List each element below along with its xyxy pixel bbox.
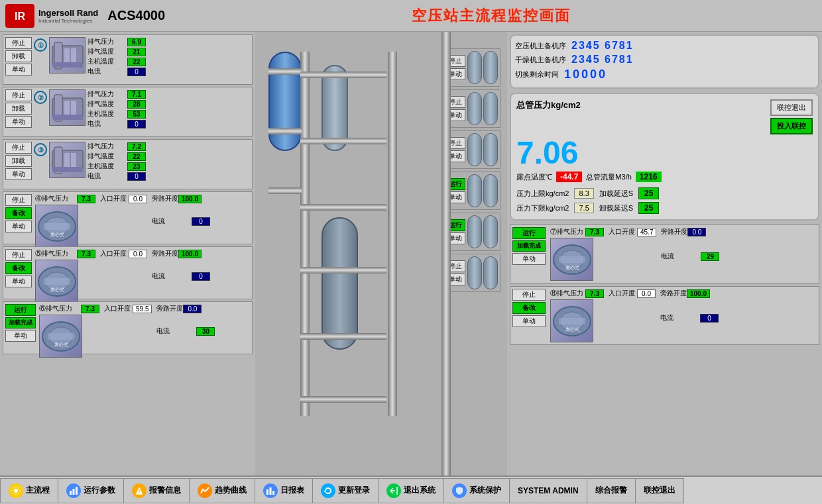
svg-rect-9 xyxy=(64,101,70,115)
comp8-image: 离心式 xyxy=(550,299,593,342)
comp1-exhaust-temp: 21 xyxy=(127,48,146,56)
pipe-h-dryer4 xyxy=(300,267,386,274)
comp3-exhaust-pressure: 7.2 xyxy=(127,142,146,151)
refresh-icon xyxy=(321,483,335,498)
pipe-h-2 xyxy=(268,128,302,134)
comp-seq-value: 2345 6781 xyxy=(571,40,634,52)
nav-linked-exit-bottom[interactable]: 联控退出 xyxy=(635,478,684,503)
nav-exit[interactable]: 退出系统 xyxy=(378,478,443,503)
comp6-loaded-btn[interactable]: 加载完成 xyxy=(5,317,36,328)
svg-text:离心式: 离心式 xyxy=(565,327,579,332)
comp2-image xyxy=(49,89,86,126)
trend-icon xyxy=(198,483,212,498)
svg-rect-40 xyxy=(76,487,78,495)
comp3-unload-btn[interactable]: 卸载 xyxy=(5,155,32,167)
comp7-current: 29 xyxy=(701,252,719,261)
comp5-buttons: 停止 备妀 单动 xyxy=(5,249,32,287)
load-delay-value: 25 xyxy=(638,187,659,199)
nav-admin[interactable]: SYSTEM ADMIN xyxy=(509,478,587,503)
comp2-exhaust-temp: 28 xyxy=(127,100,146,109)
nav-run-params[interactable]: 运行参数 xyxy=(58,478,123,503)
comp3-single-btn[interactable]: 单动 xyxy=(5,168,32,180)
comp8-bypass-opening: 100.0 xyxy=(687,289,710,298)
nav-main-label: 主流程 xyxy=(26,485,50,496)
pressure-lower-value: 7.5 xyxy=(574,203,593,213)
comp6-single-btn[interactable]: 单动 xyxy=(5,330,36,342)
svg-text:离心式: 离心式 xyxy=(50,232,64,237)
invest-linked-btn[interactable]: 投入联控 xyxy=(770,118,813,134)
comp2-params: 排气压力 7.1 排气温度 28 主机温度 53 电流 0 xyxy=(88,89,250,129)
comp5-exhaust-pressure: 7.3 xyxy=(77,250,95,258)
svg-text:IR: IR xyxy=(15,11,25,22)
bottom-nav: 主流程 运行参数 ! 报警信息 趋势曲线 日报表 更新登录 退出系统 xyxy=(0,476,822,504)
dryer2-tanks xyxy=(467,92,498,125)
comp1-stop-btn[interactable]: 停止 xyxy=(5,37,32,49)
comp5-stop-btn[interactable]: 停止 xyxy=(5,249,32,261)
comp1-unload-btn[interactable]: 卸载 xyxy=(5,50,32,62)
nav-daily[interactable]: 日报表 xyxy=(255,478,312,503)
comp5-image: 离心式 xyxy=(35,260,78,303)
nav-main-process[interactable]: 主流程 xyxy=(0,478,58,503)
comp3-image xyxy=(49,142,86,178)
comp5-single-btn[interactable]: 单动 xyxy=(5,276,32,287)
comp7-run-btn[interactable]: 运行 xyxy=(512,227,546,239)
nav-alarm[interactable]: ! 报警信息 xyxy=(123,478,189,503)
comp5-bypass-opening: 100.0 xyxy=(178,250,202,258)
svg-rect-31 xyxy=(559,256,585,263)
comp3-buttons: 停止 卸载 单动 xyxy=(5,142,32,180)
svg-text:离心式: 离心式 xyxy=(565,266,579,270)
dryer-5: 运行 单动 xyxy=(443,213,500,251)
nav-comprehensive-alarm-label: 综合报警 xyxy=(595,485,627,496)
svg-rect-42 xyxy=(266,489,268,495)
nav-comprehensive-alarm[interactable]: 综合报警 xyxy=(587,478,635,503)
pipe-h-3 xyxy=(268,187,302,194)
pipe-h-dryer2 xyxy=(300,138,386,144)
svg-rect-15 xyxy=(71,153,76,168)
nav-protect[interactable]: 系统保护 xyxy=(443,478,509,503)
nav-trend-label: 趋势曲线 xyxy=(215,485,247,496)
comp5-inlet-opening: 0.0 xyxy=(129,250,147,258)
linked-exit-btn[interactable]: 联控退出 xyxy=(770,99,813,116)
header: IR Ingersoll Rand Industrial Technologie… xyxy=(0,0,822,32)
svg-rect-35 xyxy=(559,318,585,325)
svg-text:离心式: 离心式 xyxy=(50,287,64,292)
comp2-unload-btn[interactable]: 卸载 xyxy=(5,103,32,115)
comp4-stop-btn[interactable]: 停止 xyxy=(5,194,32,206)
comp8-ready-btn[interactable]: 备妀 xyxy=(512,302,546,314)
bar-icon xyxy=(263,483,278,498)
svg-point-37 xyxy=(14,489,18,493)
nav-refresh[interactable]: 更新登录 xyxy=(312,478,378,503)
dew-point-label: 露点温度℃ xyxy=(516,172,552,182)
comp1-single-btn[interactable]: 单动 xyxy=(5,64,32,76)
comp8-single-btn[interactable]: 单动 xyxy=(512,315,546,327)
comp4-ready-btn[interactable]: 备妀 xyxy=(5,207,32,219)
comp8-stop-btn[interactable]: 停止 xyxy=(512,289,546,301)
comp1-image xyxy=(49,37,86,74)
comp1-exhaust-pressure: 6.9 xyxy=(127,38,146,46)
comp2-buttons: 停止 卸载 单动 xyxy=(5,89,32,128)
dryer-column: 停止 单动 停止 单动 xyxy=(443,48,500,292)
svg-rect-5 xyxy=(71,48,76,63)
ir-logo: IR xyxy=(5,4,34,28)
pipe-h-dryer5 xyxy=(300,333,386,340)
comp2-current: 0 xyxy=(127,120,146,128)
comp3-stop-btn[interactable]: 停止 xyxy=(5,142,32,154)
comp6-run-btn[interactable]: 运行 xyxy=(5,304,36,316)
comp7-loaded-btn[interactable]: 加载完成 xyxy=(512,240,546,252)
comp6-bypass-opening: 0.0 xyxy=(183,305,202,313)
dryer3-tanks xyxy=(467,133,498,166)
comp7-image: 离心式 xyxy=(550,238,593,281)
shield-icon xyxy=(452,483,467,498)
comp5-current: 0 xyxy=(192,272,210,281)
compressor-sequence-row: 空压机主备机序 2345 6781 xyxy=(515,40,814,52)
comp2-single-btn[interactable]: 单动 xyxy=(5,116,32,128)
comp5-ready-btn[interactable]: 备妀 xyxy=(5,262,32,274)
comp1-buttons: 停止 卸载 单动 xyxy=(5,37,32,76)
comp2-stop-btn[interactable]: 停止 xyxy=(5,89,32,101)
comp6-current: 30 xyxy=(196,327,215,336)
comp7-single-btn[interactable]: 单动 xyxy=(512,253,546,265)
nav-trend[interactable]: 趋势曲线 xyxy=(189,478,255,503)
comp4-single-btn[interactable]: 单动 xyxy=(5,221,32,232)
dryer-4: 运行 单动 xyxy=(443,172,500,210)
comp8-exhaust-pressure: 7.3 xyxy=(585,289,604,298)
